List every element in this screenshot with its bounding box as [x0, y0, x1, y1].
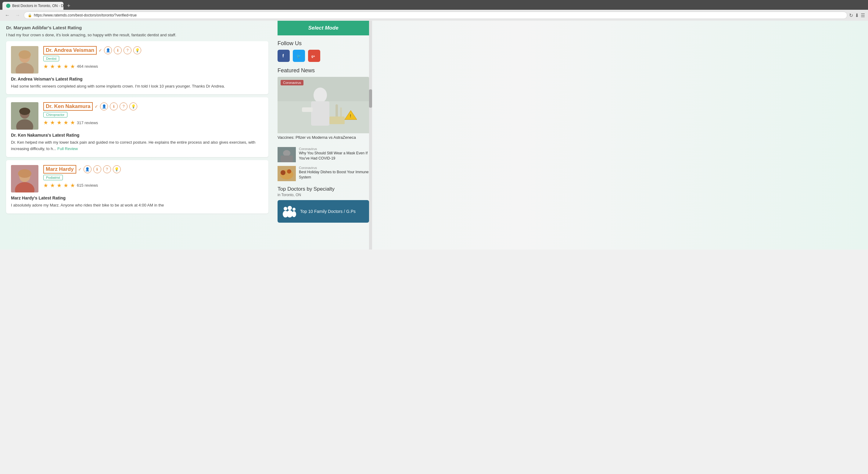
- featured-news-main[interactable]: ! Coronavirus Vaccines: Pfizer vs Modern…: [278, 77, 369, 144]
- doctor-header-marz: Marz Hardy ✓ 👤 ℹ ? 💡 Podiatrist ★ ★ ★ ★ …: [11, 165, 264, 192]
- new-tab-button[interactable]: +: [65, 3, 72, 9]
- svg-text:g+: g+: [311, 55, 315, 58]
- stars-row-ken: ★ ★ ★ ★ ★ 317 reviews: [43, 119, 264, 126]
- question-icon-andrea[interactable]: ?: [124, 46, 131, 54]
- browser-tab[interactable]: Best Doctors in Toronto, ON - Do... ✕: [2, 2, 63, 10]
- news-item-0[interactable]: Coronavirus Why You Should Still Wear a …: [278, 147, 369, 162]
- prev-doctor-review: I had my four crown s done, it's look am…: [6, 32, 269, 38]
- star-1-marz: ★: [43, 182, 48, 189]
- select-mode-button[interactable]: Select Mode: [278, 21, 369, 35]
- lightbulb-icon-andrea[interactable]: 💡: [133, 46, 141, 54]
- address-bar[interactable]: 🔒 https://www.ratemds.com/best-doctors/o…: [24, 11, 847, 19]
- svg-point-38: [287, 210, 293, 218]
- sidebar: Select Mode Follow Us f 🐦 g+: [275, 21, 372, 250]
- question-icon-marz[interactable]: ?: [103, 165, 111, 173]
- news-headline-1: Best Holiday Dishes to Boost Your Immune…: [299, 169, 369, 180]
- news-headline-0: Why You Should Still Wear a Mask Even If…: [299, 151, 369, 161]
- featured-news-caption: Vaccines: Pfizer vs Moderna vs AstraZene…: [278, 135, 369, 140]
- follow-us-title: Follow Us: [278, 40, 369, 47]
- doctor-header-ken: Dr. Ken Nakamura ✓ 👤 ℹ ? 💡 Chiropractor …: [11, 102, 264, 130]
- andrea-photo-svg: [11, 46, 38, 73]
- menu-icon[interactable]: ☰: [861, 12, 865, 18]
- doctor-info-andrea: Dr. Andrea Veisman ✓ 👤 ℹ ? 💡 Dentist ★ ★…: [43, 46, 264, 70]
- doctor-name-ken[interactable]: Dr. Ken Nakamura: [43, 102, 93, 111]
- scrollbar[interactable]: [369, 21, 372, 250]
- stars-row-andrea: ★ ★ ★ ★ ★ 464 reviews: [43, 63, 264, 70]
- news-category-1: Coronavirus: [299, 166, 369, 169]
- gplus-icon[interactable]: g+: [308, 50, 320, 62]
- doctor-name-row-marz: Marz Hardy ✓ 👤 ℹ ? 💡: [43, 165, 264, 173]
- doctor-info-marz: Marz Hardy ✓ 👤 ℹ ? 💡 Podiatrist ★ ★ ★ ★ …: [43, 165, 264, 189]
- profile-icon-marz[interactable]: 👤: [84, 165, 92, 173]
- svg-point-20: [313, 88, 327, 103]
- facebook-svg: f: [280, 53, 287, 59]
- doctor-photo-andrea: [11, 46, 38, 73]
- browser-chrome: Best Doctors in Toronto, ON - Do... ✕ +: [0, 0, 868, 10]
- verified-check-marz: ✓: [78, 167, 82, 172]
- star-2-marz: ★: [50, 182, 55, 189]
- star-3-ken: ★: [57, 119, 62, 126]
- featured-news-title: Featured News: [278, 67, 369, 74]
- main-content: Dr. Maryam Adibfar's Latest Rating I had…: [0, 21, 275, 250]
- info-icon-ken[interactable]: ℹ: [110, 102, 118, 110]
- star-4-ken: ★: [63, 119, 68, 126]
- back-button[interactable]: ←: [3, 12, 11, 19]
- star-5-ken: ★: [70, 119, 75, 126]
- news-category-0: Coronavirus: [299, 147, 369, 151]
- specialty-card[interactable]: Top 10 Family Doctors / G.Ps: [278, 200, 369, 223]
- info-icon-marz[interactable]: ℹ: [93, 165, 101, 173]
- svg-rect-25: [330, 117, 345, 124]
- family-doctors-icon: [281, 204, 297, 219]
- twitter-svg: 🐦: [296, 53, 302, 59]
- profile-icon-ken[interactable]: 👤: [100, 102, 108, 110]
- svg-point-29: [283, 150, 290, 156]
- svg-point-34: [287, 169, 291, 173]
- latest-rating-title-andrea: Dr. Andrea Veisman's Latest Rating: [11, 76, 264, 82]
- ken-photo-svg: [11, 102, 38, 130]
- lightbulb-icon-ken[interactable]: 💡: [129, 102, 137, 110]
- star-4-marz: ★: [63, 182, 68, 189]
- twitter-icon[interactable]: 🐦: [293, 50, 305, 62]
- full-review-link-ken[interactable]: Full Review: [57, 147, 78, 151]
- tab-title: Best Doctors in Toronto, ON - Do...: [12, 4, 63, 8]
- svg-point-7: [19, 108, 30, 115]
- star-2-andrea: ★: [50, 63, 55, 70]
- news-item-1[interactable]: Coronavirus Best Holiday Dishes to Boost…: [278, 166, 369, 181]
- news-info-0: Coronavirus Why You Should Still Wear a …: [299, 147, 369, 161]
- stars-row-marz: ★ ★ ★ ★ ★ 615 reviews: [43, 182, 264, 189]
- browser-nav: ← → 🔒 https://www.ratemds.com/best-docto…: [0, 10, 868, 21]
- tab-favicon: [6, 4, 10, 8]
- gplus-svg: g+: [311, 53, 317, 59]
- news-thumb-svg-1: [278, 166, 296, 181]
- news-items: Coronavirus Why You Should Still Wear a …: [278, 147, 369, 181]
- doctor-name-marz[interactable]: Marz Hardy: [43, 165, 76, 173]
- star-3-marz: ★: [57, 182, 62, 189]
- specialty-badge-marz[interactable]: Podiatrist: [43, 175, 63, 180]
- info-icon-andrea[interactable]: ℹ: [114, 46, 122, 54]
- reload-icon[interactable]: ↻: [849, 12, 853, 18]
- download-icon[interactable]: ⬇: [855, 12, 859, 18]
- question-icon-ken[interactable]: ?: [120, 102, 127, 110]
- specialty-badge-andrea[interactable]: Dentist: [43, 56, 59, 61]
- doctor-name-row-andrea: Dr. Andrea Veisman ✓ 👤 ℹ ? 💡: [43, 46, 264, 55]
- forward-button[interactable]: →: [13, 12, 22, 19]
- profile-icon-andrea[interactable]: 👤: [104, 46, 112, 54]
- reviews-count-marz: 615 reviews: [77, 183, 98, 188]
- specialty-badge-ken[interactable]: Chiropractor: [43, 112, 67, 118]
- svg-text:!: !: [350, 114, 351, 118]
- svg-rect-30: [281, 156, 293, 162]
- doctor-name-andrea[interactable]: Dr. Andrea Veisman: [43, 46, 97, 55]
- svg-point-35: [284, 207, 287, 211]
- facebook-icon[interactable]: f: [278, 50, 290, 62]
- lock-icon: 🔒: [28, 13, 32, 18]
- scrollbar-thumb[interactable]: [369, 89, 372, 108]
- star-5-andrea: ★: [70, 63, 75, 70]
- news-info-1: Coronavirus Best Holiday Dishes to Boost…: [299, 166, 369, 180]
- top-doctors-subtitle: in Toronto, ON: [278, 193, 369, 197]
- lightbulb-icon-marz[interactable]: 💡: [113, 165, 121, 173]
- family-icon-svg: [281, 204, 297, 219]
- doctor-card-ken: Dr. Ken Nakamura ✓ 👤 ℹ ? 💡 Chiropractor …: [6, 97, 269, 157]
- doctor-photo-ken: [11, 102, 38, 130]
- prev-doctor-name: Dr. Maryam Adibfar's Latest Rating: [6, 25, 269, 30]
- star-4-andrea: ★: [63, 63, 68, 70]
